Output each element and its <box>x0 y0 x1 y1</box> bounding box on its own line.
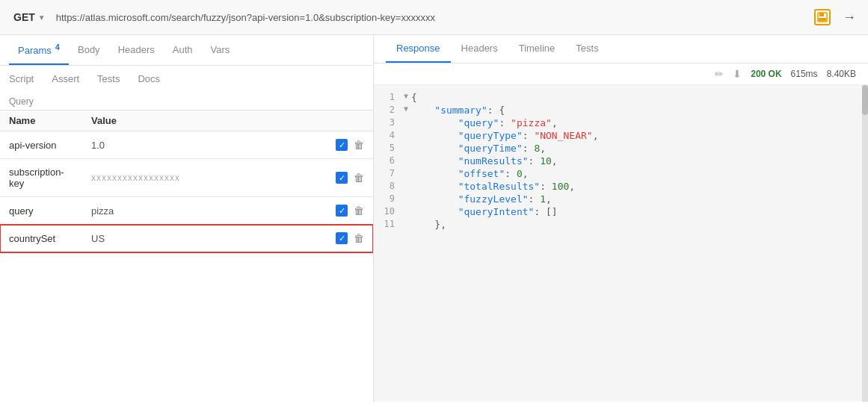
status-code: 200 OK <box>751 69 781 79</box>
table-row: countrySetUS 🗑 <box>0 225 373 252</box>
delete-icon[interactable]: 🗑 <box>354 139 364 151</box>
query-label: Query <box>0 92 373 110</box>
line-number: 5 <box>374 143 401 153</box>
param-name: api-version <box>0 131 82 159</box>
send-icon: → <box>843 10 856 25</box>
code-line: 1 ▼ { <box>374 91 868 104</box>
param-value: pizza <box>82 197 327 225</box>
method-select[interactable]: GET ▼ <box>9 8 50 26</box>
tab-vars[interactable]: Vars <box>202 37 239 64</box>
col-actions-header <box>327 111 373 131</box>
response-time: 615ms <box>791 69 818 79</box>
tab-tests[interactable]: Tests <box>88 69 129 89</box>
tab-label: Params <box>18 45 52 56</box>
line-number: 3 <box>374 117 401 128</box>
param-checkbox[interactable] <box>336 172 348 184</box>
tab-params[interactable]: Params 4 <box>9 35 69 65</box>
code-line: 7 "offset": 0, <box>374 167 868 180</box>
line-number: 2 <box>374 105 401 115</box>
code-line: 9 "fuzzyLevel": 1, <box>374 193 868 205</box>
line-content: "queryType": "NON_NEAR", <box>411 130 868 141</box>
tabs-row-2: Script Assert Tests Docs <box>0 66 373 92</box>
table-row: querypizza 🗑 <box>0 197 373 225</box>
code-view: 1 ▼ { 2 ▼ "summary": { 3 "query": "pizza… <box>374 85 868 402</box>
param-checkbox[interactable] <box>336 205 348 217</box>
code-line: 10 "queryIntent": [] <box>374 205 868 218</box>
line-number: 10 <box>374 206 401 217</box>
line-content: "offset": 0, <box>411 168 868 179</box>
response-size: 8.40KB <box>827 69 856 79</box>
param-checkbox[interactable] <box>336 139 348 151</box>
param-actions: 🗑 <box>327 159 373 197</box>
resp-tab-headers[interactable]: Headers <box>451 35 508 63</box>
tab-script[interactable]: Script <box>9 69 43 89</box>
tab-assert[interactable]: Assert <box>43 69 88 89</box>
table-row: api-version1.0 🗑 <box>0 131 373 159</box>
params-badge: 4 <box>53 43 60 52</box>
svg-rect-2 <box>819 18 826 21</box>
line-content: "totalResults": 100, <box>411 181 868 192</box>
line-content: "numResults": 10, <box>411 155 868 167</box>
code-line: 2 ▼ "summary": { <box>374 104 868 116</box>
line-content: "queryIntent": [] <box>411 206 868 217</box>
status-bar: ✏ ⬇ 200 OK 615ms 8.40KB <box>374 63 868 85</box>
code-line: 11 }, <box>374 218 868 231</box>
param-checkbox[interactable] <box>336 232 348 244</box>
main-layout: Params 4 Body Headers Auth Vars Script A… <box>0 35 868 402</box>
param-value: xxxxxxxxxxxxxxxxx <box>82 159 327 197</box>
url-input[interactable] <box>56 12 805 23</box>
delete-icon[interactable]: 🗑 <box>354 172 364 184</box>
download-icon[interactable]: ⬇ <box>733 68 742 80</box>
chevron-down-icon: ▼ <box>38 13 46 22</box>
method-label: GET <box>13 11 35 23</box>
line-content: "summary": { <box>411 105 868 116</box>
fold-toggle[interactable]: ▼ <box>401 105 411 113</box>
line-content: "query": "pizza", <box>411 117 868 128</box>
resp-tab-tests[interactable]: Tests <box>565 35 609 63</box>
code-line: 8 "totalResults": 100, <box>374 180 868 193</box>
code-line: 5 "queryTime": 8, <box>374 142 868 155</box>
tab-docs[interactable]: Docs <box>129 69 169 89</box>
delete-icon[interactable]: 🗑 <box>354 205 364 217</box>
fold-toggle[interactable]: ▼ <box>401 92 411 100</box>
resp-tab-timeline[interactable]: Timeline <box>508 35 566 63</box>
url-bar: GET ▼ → <box>0 0 868 35</box>
param-value: US <box>82 225 327 252</box>
param-value: 1.0 <box>82 131 327 159</box>
delete-icon[interactable]: 🗑 <box>354 232 364 244</box>
code-line: 4 "queryType": "NON_NEAR", <box>374 129 868 142</box>
tab-auth[interactable]: Auth <box>164 37 202 64</box>
query-section: Query Name Value api-version1.0 🗑 subscr… <box>0 92 373 402</box>
save-button[interactable] <box>811 6 834 28</box>
line-content: }, <box>411 219 868 230</box>
response-tabs: Response Headers Timeline Tests <box>374 35 868 63</box>
scrollbar-track[interactable] <box>862 85 868 402</box>
code-line: 3 "query": "pizza", <box>374 116 868 129</box>
param-actions: 🗑 <box>327 131 373 159</box>
line-number: 1 <box>374 92 401 102</box>
line-number: 7 <box>374 168 401 178</box>
resp-tab-response[interactable]: Response <box>386 35 451 63</box>
line-content: { <box>411 92 868 103</box>
line-number: 9 <box>374 193 401 204</box>
line-number: 8 <box>374 181 401 191</box>
line-content: "fuzzyLevel": 1, <box>411 193 868 205</box>
tab-headers[interactable]: Headers <box>109 37 164 64</box>
save-icon <box>814 9 831 25</box>
code-line: 6 "numResults": 10, <box>374 155 868 167</box>
tabs-row-1: Params 4 Body Headers Auth Vars <box>0 35 373 66</box>
left-panel: Params 4 Body Headers Auth Vars Script A… <box>0 35 374 402</box>
param-name: query <box>0 197 82 225</box>
line-content: "queryTime": 8, <box>411 143 868 154</box>
line-number: 11 <box>374 219 401 229</box>
param-name: subscription-key <box>0 159 82 197</box>
send-button[interactable]: → <box>840 7 859 28</box>
edit-icon[interactable]: ✏ <box>715 68 724 80</box>
scrollbar-thumb[interactable] <box>862 85 868 115</box>
right-panel: Response Headers Timeline Tests ✏ ⬇ 200 … <box>374 35 868 402</box>
svg-rect-1 <box>819 13 824 16</box>
tab-body[interactable]: Body <box>69 37 109 64</box>
param-name: countrySet <box>0 225 82 252</box>
table-row: subscription-keyxxxxxxxxxxxxxxxxx 🗑 <box>0 159 373 197</box>
line-number: 4 <box>374 130 401 140</box>
